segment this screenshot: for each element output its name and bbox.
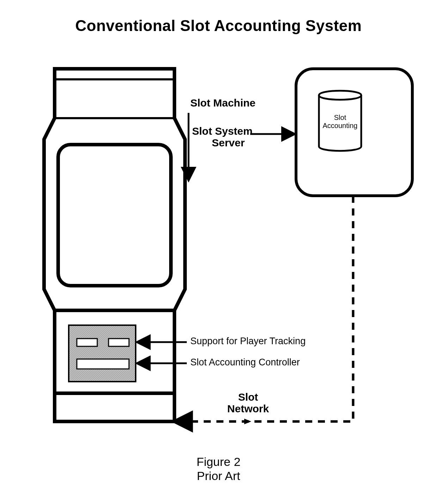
cylinder-label-l1: Slot (319, 114, 361, 122)
accounting-controller-label: Slot Accounting Controller (190, 357, 300, 368)
diagram-svg (0, 0, 437, 504)
svg-rect-8 (109, 339, 129, 346)
server-box (296, 69, 412, 196)
slot-system-server-l2: Server (212, 137, 245, 148)
slot-machine-label: Slot Machine (190, 97, 256, 109)
svg-rect-6 (69, 325, 136, 382)
figure-caption: Figure 2 (0, 455, 437, 469)
slot-machine (44, 69, 185, 421)
svg-rect-7 (77, 339, 97, 346)
diagram-canvas: Conventional Slot Accounting System (0, 0, 437, 504)
slot-network-l2: Network (223, 403, 273, 414)
player-tracking-label: Support for Player Tracking (190, 336, 306, 347)
figure-subcaption: Prior Art (0, 469, 437, 483)
svg-rect-9 (77, 359, 129, 369)
slot-network-l1: Slot (223, 391, 273, 403)
svg-rect-3 (58, 145, 171, 286)
slot-system-server-l1: Slot System (192, 125, 253, 137)
cylinder-label-l2: Accounting (319, 122, 361, 130)
slot-network-connection (174, 196, 353, 424)
